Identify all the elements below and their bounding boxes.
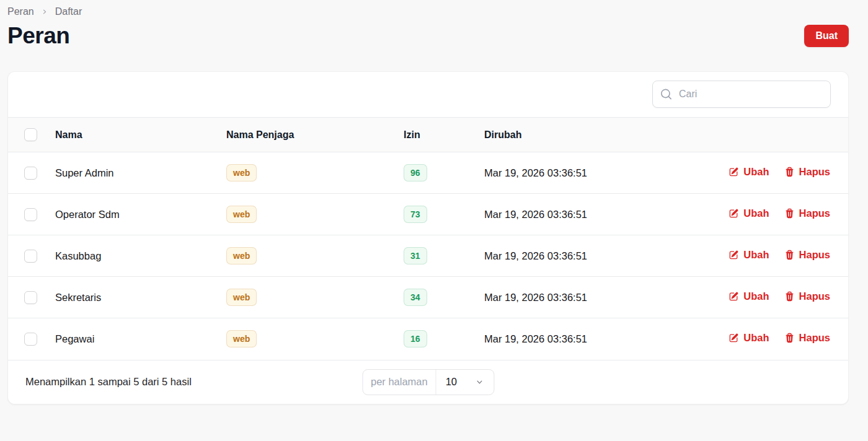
role-name: Pegawai <box>55 318 226 360</box>
trash-icon <box>784 167 795 177</box>
row-checkbox[interactable] <box>24 291 37 304</box>
guard-badge: web <box>226 289 257 306</box>
breadcrumb-item-daftar[interactable]: Daftar <box>55 6 82 17</box>
table-card: Nama Nama Penjaga Izin Dirubah Super Adm… <box>7 71 849 404</box>
page-header: Peran Buat <box>7 23 849 49</box>
edit-button[interactable]: Ubah <box>728 207 769 219</box>
row-checkbox[interactable] <box>24 333 37 346</box>
table-row: Kasubbag web 31 Mar 19, 2026 03:36:51 Ub… <box>8 235 848 277</box>
column-header-izin: Izin <box>404 118 484 152</box>
edit-button[interactable]: Ubah <box>728 290 769 302</box>
role-name: Kasubbag <box>55 235 226 277</box>
table-toolbar <box>8 72 848 117</box>
row-checkbox[interactable] <box>24 208 37 221</box>
role-name: Super Admin <box>55 152 226 194</box>
permissions-badge: 73 <box>404 206 427 223</box>
delete-button[interactable]: Hapus <box>784 332 830 344</box>
permissions-badge: 16 <box>404 330 427 347</box>
page-title: Peran <box>7 23 69 49</box>
table-footer: Menampilkan 1 sampai 5 dari 5 hasil per … <box>8 360 848 404</box>
per-page-value: 10 <box>446 376 457 388</box>
search-field <box>652 81 831 108</box>
delete-button[interactable]: Hapus <box>784 290 830 302</box>
guard-badge: web <box>226 330 257 347</box>
pencil-square-icon <box>728 291 739 302</box>
create-button[interactable]: Buat <box>804 25 849 47</box>
pencil-square-icon <box>728 167 739 177</box>
chevron-right-icon <box>40 7 49 16</box>
pencil-square-icon <box>728 333 739 343</box>
table-row: Super Admin web 96 Mar 19, 2026 03:36:51… <box>8 152 848 194</box>
edit-button[interactable]: Ubah <box>728 332 769 344</box>
updated-timestamp: Mar 19, 2026 03:36:51 <box>484 152 644 194</box>
permissions-badge: 96 <box>404 164 427 181</box>
chevron-down-icon <box>474 377 484 387</box>
trash-icon <box>784 333 795 343</box>
table-row: Pegawai web 16 Mar 19, 2026 03:36:51 Uba… <box>8 318 848 360</box>
delete-button[interactable]: Hapus <box>784 166 830 178</box>
pencil-square-icon <box>728 208 739 219</box>
edit-button[interactable]: Ubah <box>728 166 769 178</box>
updated-timestamp: Mar 19, 2026 03:36:51 <box>484 194 644 235</box>
delete-button[interactable]: Hapus <box>784 249 830 261</box>
guard-badge: web <box>226 247 257 264</box>
row-checkbox[interactable] <box>24 250 37 263</box>
trash-icon <box>784 291 795 302</box>
permissions-badge: 31 <box>404 247 427 264</box>
results-summary: Menampilkan 1 sampai 5 dari 5 hasil <box>25 376 192 388</box>
updated-timestamp: Mar 19, 2026 03:36:51 <box>484 235 644 277</box>
column-header-nama-penjaga: Nama Penjaga <box>226 118 404 152</box>
column-header-actions <box>644 118 848 152</box>
search-input[interactable] <box>652 81 831 108</box>
pencil-square-icon <box>728 250 739 260</box>
column-header-dirubah: Dirubah <box>484 118 644 152</box>
guard-badge: web <box>226 206 257 223</box>
roles-table: Nama Nama Penjaga Izin Dirubah Super Adm… <box>8 117 848 360</box>
table-row: Sekretaris web 34 Mar 19, 2026 03:36:51 … <box>8 277 848 318</box>
page: Peran Daftar Peran Buat Nama <box>0 0 868 404</box>
delete-button[interactable]: Hapus <box>784 207 830 219</box>
trash-icon <box>784 250 795 260</box>
row-checkbox[interactable] <box>24 167 37 180</box>
per-page-label: per halaman <box>363 370 436 395</box>
role-name: Sekretaris <box>55 277 226 318</box>
breadcrumb-item-peran[interactable]: Peran <box>7 6 34 17</box>
edit-button[interactable]: Ubah <box>728 249 769 261</box>
select-all-checkbox[interactable] <box>24 128 37 141</box>
per-page-select[interactable]: per halaman 10 <box>362 369 494 395</box>
role-name: Operator Sdm <box>55 194 226 235</box>
breadcrumb: Peran Daftar <box>7 6 849 17</box>
permissions-badge: 34 <box>404 289 427 306</box>
updated-timestamp: Mar 19, 2026 03:36:51 <box>484 277 644 318</box>
column-header-nama: Nama <box>55 118 226 152</box>
updated-timestamp: Mar 19, 2026 03:36:51 <box>484 318 644 360</box>
table-row: Operator Sdm web 73 Mar 19, 2026 03:36:5… <box>8 194 848 235</box>
trash-icon <box>784 208 795 219</box>
table-header-row: Nama Nama Penjaga Izin Dirubah <box>8 118 848 152</box>
guard-badge: web <box>226 164 257 181</box>
